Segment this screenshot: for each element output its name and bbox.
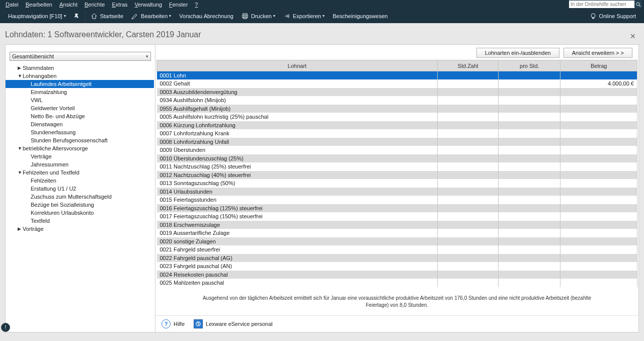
tree-item[interactable]: Jahressummen [6,160,154,168]
tree-item[interactable]: Einmalzahlung [6,88,154,96]
table-row[interactable]: 0016 Feiertagszuschlag (125%) steuerfrei [157,204,637,213]
menu-ansicht[interactable]: Ansicht [56,1,81,8]
cell [560,221,637,229]
menu-berichte[interactable]: Berichte [81,1,108,8]
table-row[interactable]: 0934 Aushilfslohn (Minijob) [157,96,637,105]
table-row[interactable]: 0025 Mahlzeiten pauschal [157,279,637,287]
print-button[interactable]: Drucken▾ [237,9,279,23]
tree-item-label: Fehlzeiten und Textfeld [23,169,79,176]
tree-item[interactable]: ▶Vorträge [6,225,154,233]
eservice-button[interactable]: Lexware eService personal [194,319,273,328]
tree-item[interactable]: Fehlzeiten [6,177,154,185]
tree-item-label: Lohnangaben [23,73,56,79]
preview-button[interactable]: Vorschau Abrechnung [175,9,237,23]
table-row[interactable]: 0003 Auszubildendenvergütung [157,88,637,97]
menu-datei[interactable]: Datei [2,1,22,8]
svg-line-1 [639,5,640,7]
tree-item[interactable]: VWL [6,96,154,104]
table-row[interactable]: 0009 Überstunden [157,146,637,154]
tree-item[interactable]: Korrekturen Urlaubskonto [6,209,154,217]
table-row[interactable]: 0007 Lohnfortzahlung Krank [157,129,637,138]
table-row[interactable]: 0018 Erschwerniszulage [157,221,637,229]
collapse-icon: ▼ [18,73,23,78]
tree-item[interactable]: Verträge [6,152,154,160]
table-row[interactable]: 0002 Gehalt4.000,00 € [157,79,637,88]
menubar: DateiBearbeitenAnsichtBerichteExtrasVerw… [0,0,644,9]
tree-item[interactable]: Zuschuss zum Mutterschaftsgeld [6,193,154,201]
cell [437,154,498,163]
table-row[interactable]: 0017 Feiertagszuschlag (150%) steuerfrei [157,212,637,221]
page-title: Lohndaten: 1 Softwareentwickler, Carsten… [5,30,201,39]
table-row[interactable]: 0006 Kürzung Lohnfortzahlung [157,121,637,130]
main-navigation-button[interactable]: Hauptnavigation [F10]▾ [4,9,70,23]
table-row[interactable]: 0013 Sonntagszuschlag (50%) [157,179,637,188]
tree-item-label: Stunden Berufsgenossenschaft [31,137,108,143]
cell: 0015 Feiertagsstunden [157,196,438,204]
tree-item[interactable]: ▼Lohnangaben [6,72,154,80]
tree-item[interactable]: ▼betriebliche Altersvorsorge [6,144,154,152]
toggle-lohnarten-button[interactable]: Lohnarten ein-/ausblenden [476,48,559,58]
tree-item[interactable]: Bezüge bei Sozialleistung [6,201,154,209]
tree-item[interactable]: ▶Stammdaten [6,64,154,72]
tree-item[interactable]: Erstattung U1 / U2 [6,185,154,193]
tree-item[interactable]: Geldwerter Vorteil [6,104,154,112]
cell: 0021 Fahrgeld steuerfrei [157,245,438,254]
tree-item-label: Fehlzeiten [31,178,56,184]
col-stdzahl[interactable]: Std.Zahl [437,60,498,71]
export-button[interactable]: Exportieren▾ [279,9,329,23]
cell [437,71,498,80]
tree-item-label: Dienstwagen [31,121,63,127]
cell: 0009 Überstunden [157,146,438,154]
menu-fenster[interactable]: Fenster [166,1,191,8]
pin-button[interactable] [70,9,84,23]
table-row[interactable]: 0014 Urlaubsstunden [157,188,637,196]
cell: 0019 Aussertarifliche Zulage [157,229,438,237]
help-button[interactable]: ? Hilfe [162,319,185,328]
tree-item-label: Netto Be- und Abzüge [31,113,85,119]
table-row[interactable]: 0021 Fahrgeld steuerfrei [157,245,637,254]
printer-icon [242,13,249,20]
menu-extras[interactable]: Extras [108,1,131,8]
tree-item[interactable]: Dienstwagen [6,120,154,128]
table-row[interactable]: 0008 Lohnfortzahlung Unfall [157,138,637,146]
tree-item[interactable]: ▼Fehlzeiten und Textfeld [6,168,154,177]
bescheinigung-button[interactable]: Bescheinigungswesen [329,9,391,23]
menu-?[interactable]: ? [191,1,201,8]
cell: 0010 Überstundenzuschlag (25%) [157,154,438,163]
table-row[interactable]: 0012 Nachtzuschlag (40%) steuerfrei [157,171,637,180]
tree-item[interactable]: Textfeld [6,217,154,225]
col-prostd[interactable]: pro Std. [499,60,560,71]
title-area: Lohndaten: 1 Softwareentwickler, Carsten… [0,23,644,44]
col-betrag[interactable]: Betrag [560,60,637,71]
menu-bearbeiten[interactable]: Bearbeiten [22,1,56,8]
table-row[interactable]: 0020 sonstige Zulagen [157,237,637,246]
help-search-input[interactable] [569,1,634,8]
view-combo[interactable]: Gesamtübersicht ▾ [10,52,151,61]
tree-item[interactable]: Stunden Berufsgenossenschaft [6,136,154,144]
online-support-button[interactable]: Online Support [586,9,640,23]
close-button[interactable]: ✕ [630,32,636,40]
cell [499,221,560,229]
expand-view-button[interactable]: Ansicht erweitern > > [564,48,632,58]
table-row[interactable]: 0022 Fahrgeld pauschal (AG) [157,254,637,263]
table-row[interactable]: 0001 Lohn [157,71,637,80]
tree-item[interactable]: Laufendes Arbeitsentgelt [6,80,154,88]
table-row[interactable]: 0010 Überstundenzuschlag (25%) [157,154,637,163]
tree-item[interactable]: Netto Be- und Abzüge [6,112,154,120]
tree-item[interactable]: Stundenerfassung [6,128,154,136]
edit-button[interactable]: Bearbeiten▾ [127,9,175,23]
collapse-icon: ▼ [18,146,23,151]
table-row[interactable]: 0005 Aushilfslohn kurzfristig (25%) paus… [157,113,637,121]
help-search-button[interactable] [634,1,642,8]
cell [437,113,498,121]
home-button[interactable]: Startseite [87,9,127,23]
table-row[interactable]: 0019 Aussertarifliche Zulage [157,229,637,237]
table-row[interactable]: 0015 Feiertagsstunden [157,196,637,204]
table-row[interactable]: 0023 Fahrgeld pauschal (AN) [157,262,637,271]
menu-verwaltung[interactable]: Verwaltung [131,1,166,8]
table-row[interactable]: 0955 Aushilfsgehalt (Minijob) [157,105,637,113]
warning-badge[interactable]: ! [1,323,10,332]
table-row[interactable]: 0011 Nachtzuschlag (25%) steuerfrei [157,162,637,171]
table-row[interactable]: 0024 Reisekosten pauschal [157,271,637,279]
col-lohnart[interactable]: Lohnart [157,60,438,71]
